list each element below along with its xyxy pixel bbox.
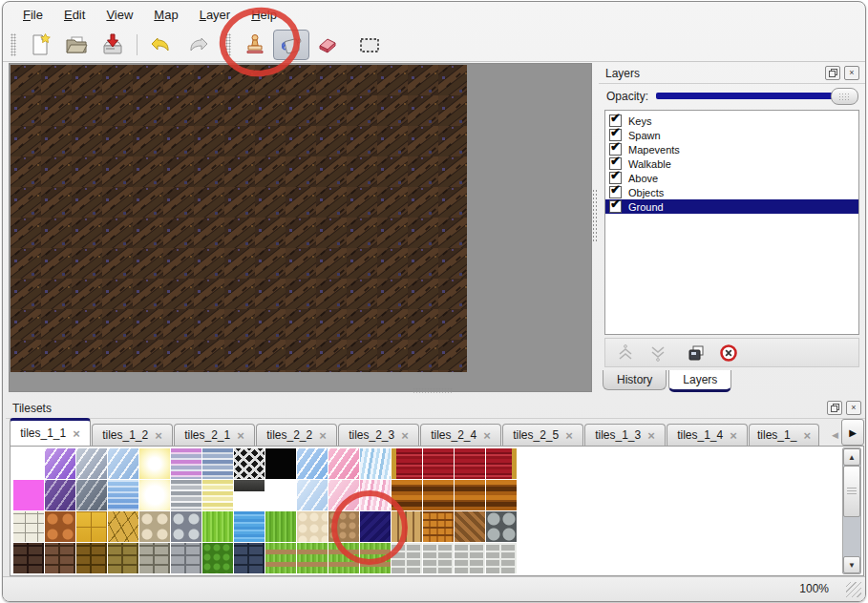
menu-layer[interactable]: Layer <box>189 5 242 25</box>
tab-layers[interactable]: Layers <box>668 370 731 392</box>
tile-farm-rows[interactable] <box>297 543 328 573</box>
tile-gold-crack[interactable] <box>108 511 138 542</box>
menu-map[interactable]: Map <box>143 5 188 25</box>
tile-glass-gray-dark[interactable] <box>76 480 107 510</box>
tile-farm-rows[interactable] <box>360 543 391 573</box>
tile-wall-graybrick[interactable] <box>171 543 201 573</box>
tab-close-icon[interactable]: × <box>565 429 573 442</box>
tile-wave-pink[interactable] <box>360 480 391 510</box>
tile-glass-blue[interactable] <box>108 448 138 479</box>
map-viewport[interactable] <box>9 63 592 392</box>
tile-water-ripple[interactable] <box>108 480 138 510</box>
tab-close-icon[interactable]: × <box>73 427 80 440</box>
tab-close-icon[interactable]: × <box>647 429 655 442</box>
tile-glow-yellow[interactable] <box>139 448 170 479</box>
tile-carpet-red-right[interactable] <box>486 448 517 479</box>
close-panel-icon[interactable]: × <box>844 66 859 80</box>
tile-brick-lightgray[interactable] <box>486 543 517 573</box>
tile-wood-planks[interactable] <box>486 480 517 510</box>
toolbar-grip[interactable] <box>225 33 231 56</box>
open-map-button[interactable] <box>58 30 95 60</box>
tab-close-icon[interactable]: × <box>803 429 811 442</box>
tab-close-icon[interactable]: × <box>237 429 244 442</box>
tile-carpet-red[interactable] <box>423 448 454 479</box>
layer-duplicate-button[interactable] <box>686 343 707 364</box>
tile-wood-vert[interactable] <box>392 511 422 542</box>
tile-stripes-blue[interactable] <box>202 448 233 479</box>
layer-delete-button[interactable] <box>718 343 739 364</box>
redo-button[interactable] <box>180 30 216 60</box>
tile-glass-pink-pale[interactable] <box>328 480 359 510</box>
tile-grass-bright[interactable] <box>202 511 233 542</box>
tile-stripes-gray[interactable] <box>171 480 201 510</box>
menu-help[interactable]: Help <box>241 5 287 25</box>
tab-close-icon[interactable]: × <box>401 429 409 442</box>
tab-close-icon[interactable]: × <box>483 429 491 442</box>
map-canvas[interactable] <box>11 65 467 372</box>
tile-basket[interactable] <box>423 511 454 542</box>
layer-row-above[interactable]: ✔Above <box>605 171 858 185</box>
tile-glass-purple-dark[interactable] <box>45 480 75 510</box>
layer-row-ground[interactable]: ✔Ground <box>605 199 858 214</box>
close-panel-icon[interactable]: × <box>846 401 861 415</box>
menu-edit[interactable]: Edit <box>53 5 95 25</box>
tileset-scrollbar[interactable]: ▲ ▼ <box>842 447 861 574</box>
tile-glass-pink[interactable] <box>328 448 359 479</box>
tile-black[interactable] <box>265 448 296 479</box>
tile-water[interactable] <box>234 511 265 542</box>
tile-wall-blue[interactable] <box>234 543 265 573</box>
tab-close-icon[interactable]: × <box>730 429 737 442</box>
scroll-up-icon[interactable]: ▲ <box>843 448 860 466</box>
tile-stripes-pink[interactable] <box>171 448 201 479</box>
tile-wood-planks[interactable] <box>423 480 454 510</box>
tileset-tab-tiles_2_5[interactable]: tiles_2_5× <box>502 424 583 446</box>
tile-pebble-beige[interactable] <box>139 511 170 542</box>
tab-scroll-right-button[interactable]: ▶ <box>841 419 864 446</box>
tile-gold-tiles[interactable] <box>76 511 107 542</box>
tile-sand[interactable] <box>297 511 328 542</box>
tile-farm-rows[interactable] <box>328 543 359 573</box>
tile-glass-gray[interactable] <box>76 448 107 479</box>
tile-wall-darkbrown[interactable] <box>13 543 44 573</box>
opacity-slider[interactable] <box>656 88 858 104</box>
tab-close-icon[interactable]: × <box>319 429 327 442</box>
fill-tool-button[interactable] <box>273 30 309 60</box>
tile-glass-blue2[interactable] <box>297 448 328 479</box>
tileset-tab-tiles_2_2[interactable]: tiles_2_2× <box>256 424 337 446</box>
tab-history[interactable]: History <box>603 370 667 390</box>
menu-file[interactable]: File <box>12 5 53 25</box>
tile-glow-pale[interactable] <box>139 480 170 510</box>
tile-carpet-red-left[interactable] <box>392 448 422 479</box>
resize-grip[interactable] <box>846 582 861 597</box>
tileset-tab-tiles_1_2[interactable]: tiles_1_2× <box>92 424 173 446</box>
layer-visibility-checkbox[interactable]: ✔ <box>609 200 622 213</box>
tileset-tab-tiles_2_3[interactable]: tiles_2_3× <box>338 424 419 446</box>
tileset-tab-tiles_1_3[interactable]: tiles_1_3× <box>584 424 666 446</box>
splitter-vertical[interactable] <box>592 189 598 242</box>
eraser-tool-button[interactable] <box>309 30 346 60</box>
tile-lattice[interactable] <box>234 448 265 479</box>
tile-brick-lightgray[interactable] <box>392 543 422 573</box>
layer-row-objects[interactable]: ✔Objects <box>605 185 858 199</box>
tile-farm-rows[interactable] <box>265 543 296 573</box>
stamp-tool-button[interactable] <box>237 30 273 60</box>
tile-glass-purple[interactable] <box>45 448 75 479</box>
tile-magenta[interactable] <box>13 480 44 510</box>
tile-white[interactable] <box>13 448 44 479</box>
tab-scroll-left-button[interactable]: ◀ <box>829 425 841 446</box>
scroll-down-icon[interactable]: ▼ <box>843 556 860 573</box>
float-panel-icon[interactable] <box>827 401 842 415</box>
layer-row-mapevents[interactable]: ✔Mapevents <box>605 142 858 156</box>
new-map-button[interactable] <box>22 30 58 60</box>
tile-stripes-yellow[interactable] <box>202 480 233 510</box>
tile-stone-blocks[interactable] <box>13 511 44 542</box>
tile-brick-lightgray[interactable] <box>423 543 454 573</box>
tile-cobble-orange[interactable] <box>45 511 75 542</box>
select-tool-button[interactable] <box>351 30 388 60</box>
tab-close-icon[interactable]: × <box>155 429 162 442</box>
layer-row-walkable[interactable]: ✔Walkable <box>605 156 858 171</box>
save-map-button[interactable] <box>95 30 131 60</box>
tile-wood-planks[interactable] <box>455 480 485 510</box>
tile-glass-blue-pale[interactable] <box>297 480 328 510</box>
tile-wall-darkgold[interactable] <box>76 543 107 573</box>
